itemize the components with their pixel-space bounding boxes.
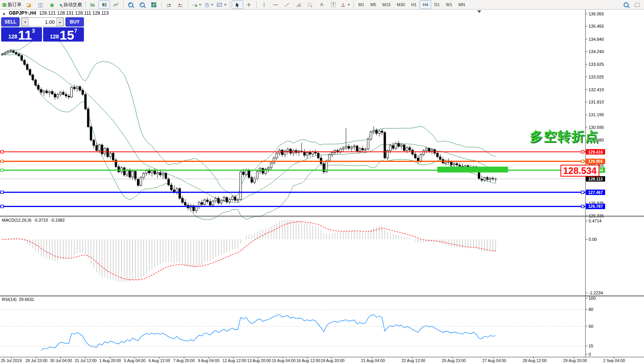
- candle: [129, 170, 131, 177]
- bar-chart-button[interactable]: [87, 0, 99, 9]
- toolbar-separator: [230, 1, 230, 8]
- candle: [254, 179, 256, 182]
- zoom-out-button[interactable]: −: [137, 0, 148, 9]
- price-tick-label: 133.625: [589, 62, 604, 67]
- hline-handle[interactable]: [1, 205, 3, 208]
- candle: [281, 150, 283, 155]
- timeframe-button-H1[interactable]: H1: [408, 0, 420, 9]
- timeframe-button-W1[interactable]: W1: [443, 0, 455, 9]
- hline-handle[interactable]: [581, 150, 584, 153]
- timeframe-button-MN[interactable]: MN: [455, 0, 468, 9]
- candle: [204, 200, 206, 205]
- toolbar: ⊞ 新订单 ◪ ◫ ◉ ●● 自动交易 + − ▼: [0, 0, 644, 10]
- tile-windows-button[interactable]: [148, 0, 160, 9]
- candle: [137, 179, 139, 185]
- chat-button[interactable]: [632, 0, 643, 9]
- candle: [345, 146, 347, 148]
- chart-shift-button[interactable]: [175, 0, 186, 9]
- candle: [212, 201, 214, 205]
- hline-handle[interactable]: [581, 160, 584, 163]
- candle: [351, 147, 353, 149]
- text-label-tool-button[interactable]: T: [328, 0, 339, 9]
- zoom-in-button[interactable]: +: [125, 0, 137, 9]
- candle: [251, 177, 253, 182]
- price-tick-label: 134.840: [589, 37, 604, 42]
- candle: [378, 131, 380, 133]
- candle: [459, 165, 461, 166]
- hline-handle[interactable]: [1, 160, 3, 163]
- hline-handle[interactable]: [581, 191, 584, 194]
- timeframe-button-H4[interactable]: H4: [420, 0, 431, 9]
- timeframe-button-M30[interactable]: M30: [394, 0, 408, 9]
- vertical-line-tool-button[interactable]: [258, 0, 270, 9]
- candle: [359, 149, 361, 151]
- equidistant-channel-icon: E: [296, 2, 301, 7]
- vertical-line-icon: [262, 2, 266, 7]
- ohlc-values: 128.121 128.131 128.111 128.113: [39, 10, 109, 16]
- time-axis-label: 7 Aug 20:00: [173, 358, 195, 363]
- quote-header: ▲ GBPJPY-,H4 128.121 128.131 128.111 128…: [2, 10, 109, 16]
- turning-point-annotation[interactable]: 多空转折点: [530, 128, 599, 145]
- candle: [29, 69, 31, 75]
- channel-tool-button[interactable]: E: [293, 0, 304, 9]
- sell-button[interactable]: SELL: [1, 17, 20, 27]
- candle: [237, 200, 239, 200]
- candle: [373, 130, 375, 132]
- cursor-tool-button[interactable]: [232, 0, 243, 9]
- text-tool-button[interactable]: A: [316, 0, 328, 9]
- timeframe-button-M15[interactable]: M15: [379, 0, 393, 9]
- auto-scroll-button[interactable]: [163, 0, 175, 9]
- candle: [182, 198, 184, 202]
- volume-input[interactable]: [29, 18, 56, 26]
- dropdown-caret-icon: ▼: [347, 3, 350, 7]
- candle: [400, 145, 402, 146]
- sell-price-panel[interactable]: 128 11 3: [1, 27, 42, 42]
- hline-handle[interactable]: [1, 169, 3, 172]
- timeframe-button-M5[interactable]: M5: [367, 0, 379, 9]
- hline-handle[interactable]: [1, 150, 3, 153]
- horizontal-line-tool-button[interactable]: [270, 0, 281, 9]
- candle: [423, 150, 425, 155]
- macd-tick-label: 0.4714: [589, 219, 602, 223]
- time-axis[interactable]: 25 Jul 201928 Jul 23:0030 Jul 04:0031 Ju…: [1, 357, 625, 363]
- symbol-period-label: GBPJPY-,H4: [9, 10, 36, 16]
- trendline-tool-button[interactable]: [281, 0, 293, 9]
- search-button[interactable]: [620, 0, 632, 9]
- candlestick-chart-button[interactable]: [99, 0, 110, 9]
- price-tick-label: 134.240: [589, 49, 604, 54]
- navigator-button[interactable]: ◫: [35, 0, 46, 9]
- candle: [95, 145, 97, 150]
- candle: [37, 85, 39, 89]
- new-order-button[interactable]: ⊞ 新订单: [1, 0, 23, 9]
- chart-shift-marker[interactable]: [477, 10, 481, 13]
- timeframe-button-D1[interactable]: D1: [431, 0, 443, 9]
- hline-handle[interactable]: [581, 205, 584, 208]
- timeframe-button-M1[interactable]: M1: [355, 0, 367, 9]
- bar-chart-icon: [90, 2, 95, 7]
- crosshair-tool-button[interactable]: [243, 0, 255, 9]
- auto-trading-button[interactable]: ●● 自动交易: [58, 0, 84, 9]
- buy-price-panel[interactable]: 128 15 7: [43, 27, 84, 42]
- collapse-panel-icon[interactable]: ▲: [2, 12, 6, 15]
- signals-button[interactable]: ◉: [46, 0, 58, 9]
- fibonacci-tool-button[interactable]: F: [304, 0, 316, 9]
- buy-button[interactable]: BUY: [65, 17, 84, 27]
- price-callout-box[interactable]: 128.534: [560, 165, 599, 177]
- charts-profile-button[interactable]: ◪: [23, 0, 35, 9]
- periods-clock-button[interactable]: ◷ ▼: [203, 0, 215, 9]
- candle: [146, 170, 147, 174]
- hline-handle[interactable]: [1, 191, 3, 194]
- candle: [240, 172, 242, 200]
- arrows-tool-button[interactable]: ▼: [339, 0, 352, 9]
- indicators-button[interactable]: ▼: [190, 0, 203, 9]
- cursor-icon: [235, 2, 240, 7]
- candle: [353, 146, 355, 147]
- new-order-icon: ⊞: [2, 2, 7, 7]
- volume-increase-button[interactable]: ▲: [56, 18, 64, 26]
- templates-button[interactable]: ▼: [215, 0, 228, 9]
- volume-decrease-button[interactable]: ▼: [22, 18, 29, 26]
- arrows-icon: [341, 2, 346, 7]
- line-chart-button[interactable]: [110, 0, 122, 9]
- candle: [51, 92, 53, 94]
- time-axis-label: 16 Aug 12:00: [296, 358, 320, 363]
